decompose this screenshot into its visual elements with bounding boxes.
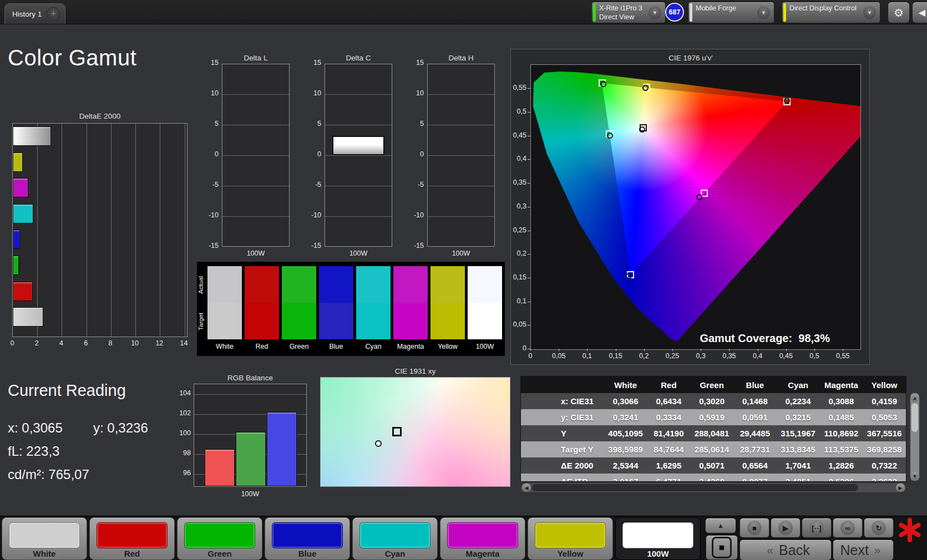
meter-dropdown-label: X-Rite i1Pro 3 Direct View [599, 4, 642, 22]
target-swatch [356, 303, 391, 339]
table-cell: 0,6564 [733, 461, 777, 470]
scrollbar-thumb[interactable] [911, 403, 918, 432]
delta_c-x-label: 100W [325, 250, 392, 257]
stop-icon: ■ [747, 521, 762, 535]
pattern-button-blue[interactable]: Blue [265, 517, 350, 560]
row-label: Y [521, 429, 604, 438]
y-tick-label: -5 [405, 181, 424, 189]
calman-app: History 1 + X-Rite i1Pro 3 Direct View ▼… [0, 0, 927, 560]
pattern-button-green[interactable]: Green [177, 517, 262, 560]
delta_l-title: Delta L [216, 54, 295, 62]
pattern-chip [447, 522, 518, 548]
play-icon: ▶ [778, 521, 793, 535]
source-dropdown[interactable]: Mobile Forge ▼ [688, 2, 774, 23]
y-tick-label: 10 [405, 89, 424, 97]
table-cell: 313,8345 [777, 445, 820, 454]
rgb-bar-red [205, 449, 235, 486]
x-tick-label: 0,2 [635, 352, 653, 360]
row-label: x: CIE31 [521, 396, 604, 406]
tick [701, 349, 701, 351]
table-cell: 0,5919 [690, 413, 733, 422]
tick [528, 278, 530, 278]
display-control-dropdown[interactable]: Direct Display Control ▼ [782, 2, 880, 23]
table-vertical-scrollbar[interactable]: ▲ ▼ [910, 393, 920, 481]
pattern-button-yellow[interactable]: Yellow [528, 517, 613, 560]
stop-button[interactable]: ■ [739, 518, 769, 538]
tick [528, 325, 530, 325]
chevrons-left-icon: « [767, 543, 773, 557]
x-tick-label: 8 [106, 339, 115, 347]
gridline [325, 216, 392, 217]
table-cell: 2,5344 [604, 461, 647, 470]
table-horizontal-scrollbar[interactable]: ◀ ▶ [520, 482, 906, 493]
pattern-button-cyan[interactable]: Cyan [352, 517, 438, 560]
meter-dropdown[interactable]: X-Rite i1Pro 3 Direct View ▼ [591, 2, 666, 23]
gridline [325, 125, 392, 125]
back-button[interactable]: « Back [739, 539, 832, 560]
pattern-button-magenta[interactable]: Magenta [440, 517, 525, 560]
y-tick-label: 100 [171, 429, 191, 437]
table-cell: 0,3088 [820, 396, 863, 406]
pattern-button-white[interactable]: White [2, 517, 87, 560]
range-button[interactable]: [··] [802, 518, 832, 538]
tick [528, 231, 530, 231]
gridline [428, 186, 494, 186]
chevron-down-icon: ▼ [863, 6, 876, 19]
settings-button[interactable]: ⚙ [888, 2, 910, 23]
column-header: Yellow [863, 380, 906, 390]
pattern-button-100w[interactable]: 100W [615, 517, 701, 560]
rgb-bar-blue [267, 412, 297, 486]
measured-marker-green [600, 81, 606, 87]
table-header-row: WhiteRedGreenBlueCyanMagentaYellow [521, 376, 906, 393]
swatch-label: Green [282, 343, 316, 350]
table-cell: 0,0591 [733, 413, 777, 422]
next-button[interactable]: Next » [833, 539, 894, 560]
y-tick-label: 0,45 [509, 131, 526, 139]
x-tick-label: 0 [521, 352, 539, 360]
scrollbar-thumb[interactable] [532, 484, 858, 491]
loop-button[interactable]: ∞ [833, 518, 863, 538]
y-tick-label: -5 [302, 181, 321, 189]
tab-history-1[interactable]: History 1 [12, 10, 42, 18]
swatch-label: 100W [468, 343, 502, 350]
cie1931-measured-marker [375, 440, 382, 447]
table-cell: 367,5516 [863, 429, 906, 438]
measured-marker-white [639, 126, 645, 133]
scroll-down-icon[interactable]: ▼ [911, 472, 919, 480]
add-tab-button[interactable]: + [47, 7, 60, 21]
scroll-left-icon[interactable]: ◀ [522, 483, 531, 492]
gridline [160, 124, 160, 337]
delta_l-x-label: 100W [222, 250, 290, 257]
gridline [222, 155, 289, 156]
x-tick-label: 0 [8, 339, 17, 347]
pattern-window-up-button[interactable]: ▲ [705, 518, 736, 533]
table-cell: 110,8692 [820, 429, 863, 438]
refresh-button[interactable]: ↻ [864, 518, 894, 538]
x-tick-label: 12 [155, 339, 164, 347]
play-button[interactable]: ▶ [771, 518, 801, 538]
y-tick-label: -10 [405, 211, 424, 219]
collapse-panel-button[interactable]: ◀ [912, 2, 927, 23]
pattern-label: 100W [616, 549, 700, 558]
window-level-icon: ■ [712, 537, 732, 558]
y-tick-label: 0 [509, 344, 526, 352]
target-swatch [468, 303, 502, 339]
swatch-label: Magenta [393, 343, 428, 350]
tick [814, 349, 815, 351]
pattern-chip [359, 522, 430, 548]
current-reading-title: Current Reading [8, 381, 126, 400]
scroll-up-icon[interactable]: ▲ [911, 394, 919, 402]
pattern-window-button[interactable]: ■ [706, 535, 738, 560]
target-swatch [319, 303, 353, 339]
source-dropdown-label: Mobile Forge [696, 4, 736, 13]
reading-y: y: 0,3236 [93, 420, 148, 436]
scroll-right-icon[interactable]: ▶ [896, 483, 905, 492]
table-cell: 1,2826 [820, 461, 863, 470]
table-cell: 8,8077 [733, 477, 777, 482]
y-tick-label: -15 [200, 242, 219, 250]
pattern-button-red[interactable]: Red [89, 517, 175, 560]
y-tick-label: 0,25 [509, 226, 526, 234]
plus-icon: + [51, 9, 55, 18]
y-tick-label: -10 [302, 211, 321, 219]
x-tick-label: 0,5 [806, 352, 823, 360]
